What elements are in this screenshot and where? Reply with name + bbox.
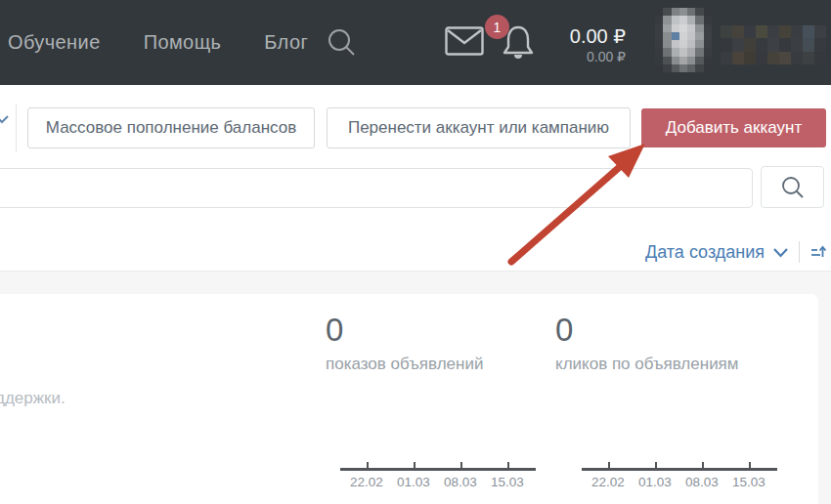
- stat-clicks-label: кликов по объявлениям: [555, 355, 739, 374]
- mosaic-pixel: [732, 25, 744, 38]
- axis-tick-label: 08.03: [680, 475, 723, 489]
- search-submit-button[interactable]: [761, 166, 824, 208]
- sort-field-dropdown[interactable]: Дата создания: [645, 242, 789, 263]
- mosaic-pixel: [721, 52, 732, 64]
- mosaic-pixel: [655, 48, 663, 56]
- mosaic-pixel: [672, 16, 679, 23]
- mosaic-pixel: [663, 64, 671, 72]
- mosaic-pixel: [803, 38, 814, 51]
- bulk-topup-button[interactable]: Массовое пополнение балансов: [27, 107, 315, 148]
- nav-item-training[interactable]: Обучение: [8, 31, 101, 54]
- avatar[interactable]: [655, 8, 712, 72]
- toolbar-divider: [16, 104, 17, 152]
- mosaic-pixel: [679, 57, 687, 64]
- mosaic-pixel: [679, 48, 687, 56]
- mosaic-pixel: [704, 32, 712, 40]
- mosaic-pixel: [732, 52, 744, 64]
- chevron-down-icon[interactable]: [0, 113, 10, 125]
- axis-tick: [507, 462, 509, 469]
- sort-direction-button[interactable]: [809, 243, 827, 261]
- mosaic-pixel: [695, 64, 703, 72]
- mosaic-pixel: [655, 57, 663, 64]
- mosaic-pixel: [744, 38, 756, 51]
- axis-tick-label: 22.02: [587, 475, 630, 489]
- mosaic-pixel: [663, 32, 671, 40]
- mosaic-pixel: [704, 40, 712, 48]
- search-input[interactable]: [0, 168, 753, 208]
- mosaic-pixel: [663, 57, 671, 64]
- mosaic-pixel: [687, 48, 695, 56]
- mosaic-pixel: [687, 8, 695, 16]
- axis-tick: [702, 462, 704, 469]
- axis-tick: [608, 462, 610, 469]
- mosaic-pixel: [756, 52, 767, 64]
- truncated-support-text: ддержки.: [0, 389, 66, 408]
- mosaic-pixel: [672, 57, 679, 64]
- stat-clicks: 0 кликов по объявлениям: [555, 313, 739, 374]
- mosaic-pixel: [695, 32, 703, 40]
- mosaic-pixel: [679, 32, 687, 40]
- header-nav: Обучение Помощь Блог: [8, 0, 308, 85]
- stat-clicks-value: 0: [555, 313, 739, 348]
- user-name-redacted[interactable]: [721, 25, 826, 64]
- stat-impressions-value: 0: [326, 313, 483, 348]
- transfer-account-button[interactable]: Перенести аккаунт или кампанию: [327, 107, 631, 148]
- envelope-icon: [445, 26, 484, 56]
- mosaic-pixel: [679, 24, 687, 32]
- stat-impressions-label: показов объявлений: [326, 355, 483, 374]
- mosaic-pixel: [704, 48, 712, 56]
- mosaic-pixel: [663, 48, 671, 56]
- mosaic-pixel: [663, 8, 671, 16]
- mosaic-pixel: [695, 48, 703, 56]
- axis-tick: [655, 462, 657, 469]
- mosaic-pixel: [791, 25, 803, 38]
- top-header: Обучение Помощь Блог 1 0.00 ₽: [0, 0, 831, 85]
- mosaic-pixel: [767, 25, 779, 38]
- page: Обучение Помощь Блог 1 0.00 ₽: [0, 0, 831, 504]
- mosaic-pixel: [744, 52, 756, 64]
- mosaic-pixel: [663, 16, 671, 23]
- mosaic-pixel: [679, 16, 687, 23]
- sort-ascending-icon: [809, 243, 827, 261]
- impressions-chart: 22.02 01.03 08.03 15.03: [340, 459, 536, 498]
- x-axis: [582, 468, 777, 471]
- search-icon[interactable]: [327, 27, 358, 59]
- sort-field-label: Дата создания: [645, 242, 765, 263]
- mosaic-pixel: [655, 16, 663, 23]
- mosaic-pixel: [679, 40, 687, 48]
- balance-widget[interactable]: 0.00 ₽ 0.00 ₽: [489, 24, 626, 66]
- mosaic-pixel: [791, 38, 803, 51]
- mosaic-pixel: [679, 64, 687, 72]
- clicks-chart: 22.02 01.03 08.03 15.03: [582, 459, 777, 498]
- mosaic-pixel: [704, 16, 712, 23]
- mosaic-pixel: [687, 64, 695, 72]
- mosaic-pixel: [779, 52, 791, 64]
- sort-divider: [799, 241, 800, 263]
- balance-primary: 0.00 ₽: [489, 24, 626, 49]
- mosaic-pixel: [695, 8, 703, 16]
- axis-tick-label: 22.02: [345, 475, 388, 489]
- mosaic-pixel: [663, 24, 671, 32]
- mosaic-pixel: [672, 48, 679, 56]
- mosaic-pixel: [721, 25, 732, 38]
- x-axis: [340, 468, 536, 471]
- axis-tick: [367, 462, 369, 469]
- mosaic-pixel: [655, 32, 663, 40]
- mosaic-pixel: [744, 25, 756, 38]
- mosaic-pixel: [779, 38, 791, 51]
- mosaic-pixel: [687, 16, 695, 23]
- nav-item-help[interactable]: Помощь: [144, 31, 222, 54]
- add-account-button[interactable]: Добавить аккаунт: [641, 108, 826, 147]
- axis-tick: [749, 462, 751, 469]
- mosaic-pixel: [695, 57, 703, 64]
- nav-item-blog[interactable]: Блог: [264, 31, 308, 54]
- mosaic-pixel: [687, 32, 695, 40]
- mosaic-pixel: [672, 64, 679, 72]
- mosaic-pixel: [704, 8, 712, 16]
- mosaic-pixel: [672, 24, 679, 32]
- mosaic-pixel: [814, 52, 826, 64]
- mosaic-pixel: [756, 25, 767, 38]
- mosaic-pixel: [695, 16, 703, 23]
- mosaic-pixel: [672, 40, 679, 48]
- chevron-down-icon: [772, 247, 789, 258]
